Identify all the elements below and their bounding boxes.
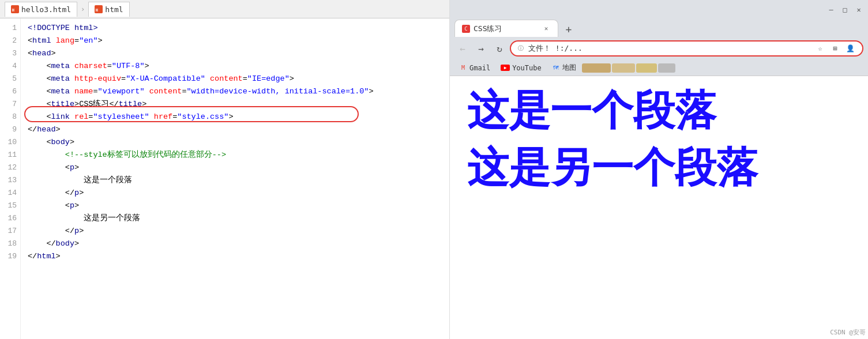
tab-html[interactable]: H html <box>88 2 129 17</box>
browser-chrome: — □ ✕ C CSS练习 ✕ + ← → ↻ <box>450 0 868 76</box>
browser-tabs-row: C CSS练习 ✕ + <box>450 17 868 37</box>
browser-content: 这是一个段落 这是另一个段落 CSDN @安哥 <box>450 76 868 339</box>
new-tab-button[interactable]: + <box>561 21 577 37</box>
tab-separator: › <box>81 5 85 13</box>
code-line-8: <link rel="stylesheet" href="style.css"> <box>28 111 449 123</box>
tab-title: CSS练习 <box>474 24 502 34</box>
browser-panel: — □ ✕ C CSS练习 ✕ + ← → ↻ <box>450 0 868 339</box>
code-line-7: <title>CSS练习</title> <box>28 98 449 111</box>
bookmark-maps[interactable]: 🗺 地图 <box>547 62 581 74</box>
site-favicon: ⓘ <box>517 44 525 52</box>
tab-close-button[interactable]: ✕ <box>542 24 551 33</box>
html-icon: H <box>95 5 103 13</box>
tab-hello3-html[interactable]: H hello3.html <box>5 2 77 17</box>
bookmark-youtube[interactable]: ▶ YouTube <box>496 62 546 74</box>
bookmarks-bar: M Gmail ▶ YouTube 🗺 地图 <box>450 60 868 76</box>
svg-text:H: H <box>12 8 14 13</box>
tab-label-html: html <box>105 5 123 14</box>
maps-label: 地图 <box>562 63 576 73</box>
code-line-4: <meta charset="UTF-8"> <box>28 60 449 73</box>
paragraph-2-text: 这是另一个段落 <box>467 145 758 190</box>
tab-label: hello3.html <box>21 5 71 14</box>
extra-bookmarks <box>582 63 675 73</box>
address-text: 文件！ !:/... <box>528 43 810 54</box>
code-line-19: </html> <box>28 250 449 263</box>
editor-tab-bar: H hello3.html › H html <box>0 0 449 18</box>
close-button[interactable]: ✕ <box>854 5 863 14</box>
back-button[interactable]: ← <box>454 40 471 56</box>
address-bar[interactable]: ⓘ 文件！ !:/... ☆ ⊞ 👤 <box>510 40 863 56</box>
maps-favicon: 🗺 <box>552 64 560 72</box>
code-line-12: <p> <box>28 161 449 174</box>
reload-button[interactable]: ↻ <box>491 40 508 56</box>
bookmark-star-icon[interactable]: ☆ <box>814 42 826 55</box>
account-icon[interactable]: 👤 <box>844 42 856 55</box>
code-line-17: </p> <box>28 225 449 238</box>
code-area[interactable]: <!DOCTYPE html> <html lang="en"> <head> … <box>21 18 449 339</box>
code-content: 1 2 3 4 5 6 7 8 9 10 11 12 13 14 15 16 1… <box>0 18 449 339</box>
code-line-9: </head> <box>28 123 449 136</box>
omnibox-actions: ☆ ⊞ 👤 <box>814 42 856 55</box>
html-file-icon: H <box>11 5 19 13</box>
code-line-6: <meta name="viewport" content="width=dev… <box>28 85 449 98</box>
code-line-15: <p> <box>28 199 449 212</box>
watermark: CSDN @安哥 <box>830 328 866 337</box>
tab-favicon: C <box>462 25 470 33</box>
reader-mode-icon[interactable]: ⊞ <box>829 42 841 55</box>
code-line-3: <head> <box>28 47 449 60</box>
svg-text:H: H <box>96 8 98 13</box>
maximize-button[interactable]: □ <box>840 5 850 14</box>
code-line-16: 这是另一个段落 <box>28 212 449 225</box>
code-line-11: <!--style标签可以放到代码的任意部分--> <box>28 149 449 161</box>
youtube-label: YouTube <box>512 64 542 72</box>
code-line-13: 这是一个段落 <box>28 174 449 187</box>
paragraph-1-text: 这是一个段落 <box>467 88 716 133</box>
code-line-10: <body> <box>28 136 449 149</box>
code-line-18: </body> <box>28 238 449 250</box>
code-line-1: <!DOCTYPE html> <box>28 22 449 35</box>
omnibox-row: ← → ↻ ⓘ 文件！ !:/... ☆ ⊞ 👤 <box>450 37 868 60</box>
active-browser-tab[interactable]: C CSS练习 ✕ <box>454 20 558 37</box>
gmail-favicon: M <box>459 64 467 72</box>
code-line-5: <meta http-equiv="X-UA-Compatible" conte… <box>28 73 449 85</box>
line-numbers: 1 2 3 4 5 6 7 8 9 10 11 12 13 14 15 16 1… <box>0 18 21 339</box>
code-line-2: <html lang="en"> <box>28 35 449 47</box>
code-line-14: </p> <box>28 187 449 199</box>
youtube-favicon: ▶ <box>501 65 510 71</box>
forward-button[interactable]: → <box>473 40 489 56</box>
title-bar: — □ ✕ <box>450 0 868 17</box>
minimize-button[interactable]: — <box>826 5 836 14</box>
bookmark-gmail[interactable]: M Gmail <box>454 62 495 74</box>
gmail-label: Gmail <box>469 64 490 72</box>
editor-panel: H hello3.html › H html 1 2 3 4 5 6 7 8 9… <box>0 0 450 339</box>
